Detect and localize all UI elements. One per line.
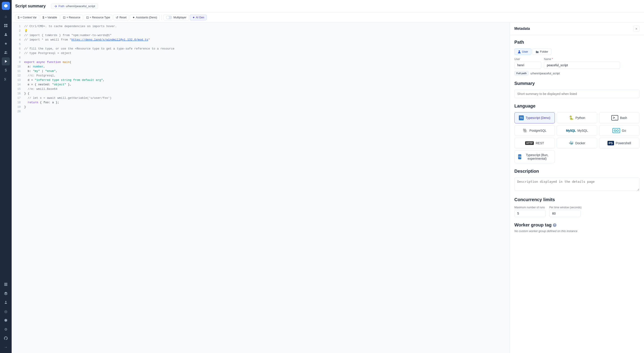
code-line: 5 bbox=[12, 42, 510, 46]
context-var-button[interactable]: $ + Context Var bbox=[15, 14, 39, 20]
lang-mysql[interactable]: MySQL MySQL bbox=[557, 125, 597, 136]
eye-icon[interactable]: ◎ bbox=[2, 307, 10, 315]
description-input[interactable] bbox=[514, 178, 640, 191]
resource-type-button[interactable]: ⊡ + Resource Type bbox=[84, 14, 113, 20]
expand-icon[interactable]: → bbox=[2, 343, 10, 351]
lang-rest[interactable]: HTTP REST bbox=[514, 138, 555, 148]
svg-rect-10 bbox=[4, 285, 8, 286]
lang-typescript-deno[interactable]: TS Typescript (Deno) bbox=[514, 112, 555, 124]
github-icon[interactable] bbox=[2, 334, 10, 342]
ai-icon: ✦ bbox=[192, 16, 195, 19]
lang-typescript-bun[interactable]: TS Typescript (Bun, experimental) bbox=[514, 150, 555, 163]
panel-title: Metadata bbox=[514, 27, 530, 31]
svg-rect-2 bbox=[4, 26, 6, 27]
folder-tab[interactable]: Folder bbox=[532, 48, 552, 55]
stack-icon[interactable] bbox=[2, 290, 10, 298]
code-line: 15 //e: wmill.Base64 bbox=[12, 87, 510, 92]
concurrency-section: Concurrency limits Maximum number of run… bbox=[514, 197, 640, 217]
docker-icon: 🐳 bbox=[568, 141, 574, 146]
path-section: Path User Folder User bbox=[514, 40, 640, 76]
reset-button[interactable]: ↺ Reset bbox=[113, 14, 129, 20]
lang-docker[interactable]: 🐳 Docker bbox=[557, 138, 597, 148]
toggle-switch[interactable] bbox=[166, 16, 172, 19]
code-line: 6 // fill the type, or use the +Resource… bbox=[12, 46, 510, 51]
play-icon[interactable] bbox=[2, 57, 10, 66]
summary-section: Summary bbox=[514, 81, 640, 98]
python-icon: 🐍 bbox=[569, 115, 574, 120]
ai-gen-button[interactable]: ✦ AI Gen bbox=[190, 14, 207, 20]
ts-deno-icon: TS bbox=[519, 115, 524, 120]
svg-point-6 bbox=[6, 51, 7, 52]
svg-point-12 bbox=[518, 50, 520, 52]
lang-bash[interactable]: >_ Bash bbox=[599, 112, 640, 124]
concurrency-inputs: Maximum number of runs Per time window (… bbox=[514, 206, 640, 217]
svg-rect-8 bbox=[4, 283, 8, 284]
team-icon2[interactable] bbox=[2, 298, 10, 306]
user-tab[interactable]: User bbox=[514, 48, 531, 55]
lang-postgresql[interactable]: 🐘 PostgreSQL bbox=[514, 125, 555, 136]
dollar-icon2: $ bbox=[42, 16, 44, 19]
dollar-icon[interactable]: $ bbox=[2, 66, 10, 74]
main-area: Script summary Path u/henri/peaceful_scr… bbox=[12, 0, 644, 353]
code-line: 13 d = "inferred type string from defaul… bbox=[12, 78, 510, 82]
app-logo[interactable] bbox=[2, 2, 10, 10]
svg-rect-3 bbox=[6, 26, 8, 27]
max-runs-input[interactable] bbox=[514, 210, 546, 217]
settings-icon[interactable] bbox=[2, 316, 10, 324]
db-icon: ⊡ bbox=[63, 16, 66, 19]
panel-close-button[interactable]: × bbox=[633, 26, 640, 32]
code-editor[interactable]: 1 // Ctrl/CMD+. to cache dependencies on… bbox=[12, 22, 510, 353]
full-path-label: Full path bbox=[514, 71, 529, 76]
assistants-button[interactable]: ✦ Assistants (Deno) bbox=[130, 14, 160, 20]
code-line: 2 💡 bbox=[12, 29, 510, 33]
star-icon[interactable]: ★ bbox=[2, 40, 10, 48]
dollar-icon-small: $ bbox=[18, 16, 20, 19]
path-tabs: User Folder bbox=[514, 48, 640, 55]
name-input-group: Name * bbox=[544, 58, 620, 69]
panel-content: Path User Folder User bbox=[510, 35, 644, 242]
powershell-icon: PS bbox=[608, 141, 614, 145]
grid-icon[interactable] bbox=[2, 22, 10, 30]
multiplayer-toggle[interactable]: Multiplayer bbox=[164, 14, 189, 20]
code-line: 3 // import { toWords } from "npm:number… bbox=[12, 33, 510, 38]
language-grid: TS Typescript (Deno) 🐍 Python >_ Bash bbox=[514, 112, 640, 163]
code-line: 16 } { bbox=[12, 92, 510, 96]
name-input[interactable] bbox=[544, 62, 620, 69]
home-icon[interactable]: ⌂ bbox=[2, 12, 10, 20]
path-badge-label: Path bbox=[58, 4, 64, 8]
code-line: 14 e = { nested: "object" }, bbox=[12, 82, 510, 87]
toolbar-separator bbox=[162, 15, 162, 20]
lang-python[interactable]: 🐍 Python bbox=[557, 112, 597, 124]
sidebar: ⌂ ★ $ ◎ ⚙ → bbox=[0, 0, 12, 353]
topbar: Script summary Path u/henri/peaceful_scr… bbox=[12, 0, 644, 12]
user-input[interactable] bbox=[514, 62, 541, 69]
path-badge[interactable]: Path u/henri/peaceful_script bbox=[51, 3, 98, 9]
language-section: Language TS Typescript (Deno) 🐍 Python bbox=[514, 104, 640, 163]
code-line: 4 // import * as wmill from "https://den… bbox=[12, 38, 510, 42]
worker-section-title: Worker group tag bbox=[514, 222, 552, 228]
summary-input[interactable] bbox=[514, 90, 640, 98]
worker-label-row: Worker group tag ? bbox=[514, 222, 640, 228]
gear2-icon[interactable]: ⚙ bbox=[2, 325, 10, 333]
required-mark: * bbox=[552, 58, 553, 61]
code-line: 18 return { foo: a }; bbox=[12, 100, 510, 105]
description-section-title: Description bbox=[514, 169, 640, 174]
svg-marker-7 bbox=[5, 60, 7, 63]
lang-go[interactable]: GO Go bbox=[599, 125, 640, 136]
user-icon[interactable] bbox=[2, 30, 10, 38]
rest-icon: HTTP bbox=[525, 141, 534, 145]
worker-info-icon: ? bbox=[553, 223, 556, 227]
code-line: 19 } bbox=[12, 105, 510, 109]
toolbar: $ + Context Var $ + Variable ⊡ + Resourc… bbox=[12, 12, 644, 22]
puzzle-icon[interactable] bbox=[2, 75, 10, 83]
lang-powershell[interactable]: PS Powershell bbox=[599, 138, 640, 148]
variable-button[interactable]: $ + Variable bbox=[40, 14, 60, 20]
reset-icon: ↺ bbox=[116, 16, 118, 19]
resource-button[interactable]: ⊡ + Resource bbox=[60, 14, 83, 20]
table-icon[interactable] bbox=[2, 280, 10, 288]
users-icon[interactable] bbox=[2, 48, 10, 56]
code-line: 11 b: "my" | "enum", bbox=[12, 69, 510, 74]
mysql-icon: MySQL bbox=[566, 129, 576, 132]
name-label: Name * bbox=[544, 58, 620, 61]
time-window-input[interactable] bbox=[549, 210, 581, 217]
